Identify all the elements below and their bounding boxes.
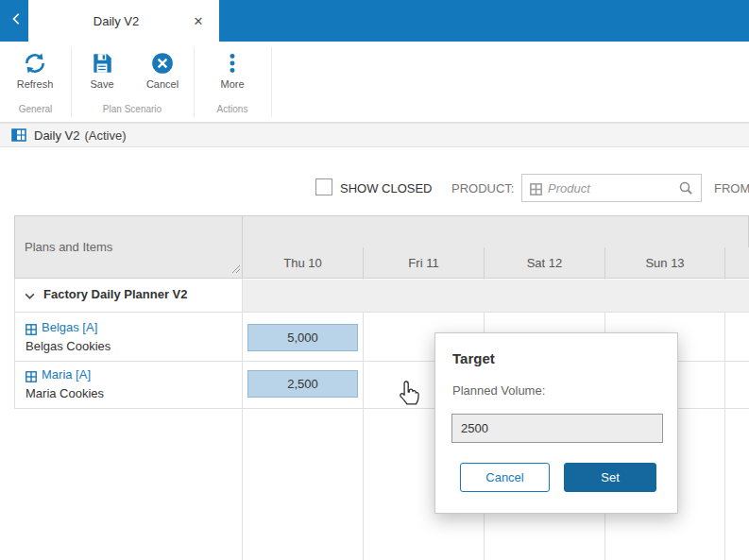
toolbar-group-actions: Actions: [194, 104, 271, 114]
grid-column-line: [724, 279, 725, 560]
tab-title: Daily V2: [42, 14, 191, 28]
planned-cell-maria-thu[interactable]: 2,500: [247, 370, 358, 398]
show-closed-label: SHOW CLOSED: [340, 181, 433, 195]
cancel-icon: [150, 51, 175, 76]
from-filter-label: FROM: [714, 181, 749, 195]
dialog-title: Target: [452, 350, 495, 366]
top-bar: Daily V2 ✕: [0, 0, 749, 42]
refresh-button[interactable]: Refresh: [11, 51, 59, 90]
column-header-sat-12[interactable]: Sat 12: [484, 247, 604, 279]
save-icon: [90, 51, 114, 76]
tab-daily-v2[interactable]: Daily V2 ✕: [28, 0, 219, 42]
ribbon-toolbar: Refresh Save Cancel: [0, 42, 749, 123]
grid-left-border: [14, 279, 15, 408]
item-name-belgas: Belgas Cookies: [26, 339, 111, 353]
search-icon[interactable]: [678, 180, 693, 195]
plans-and-items-header: Plans and Items: [14, 215, 243, 279]
column-header-partial: [724, 247, 749, 279]
planned-volume-input[interactable]: [451, 414, 663, 443]
toolbar-group-plan-scenario: Plan Scenario: [71, 104, 194, 114]
item-grid-icon: [26, 322, 37, 333]
resize-handle[interactable]: [230, 262, 240, 276]
save-button[interactable]: Save: [78, 51, 126, 90]
column-header-strip: [242, 215, 749, 248]
back-button[interactable]: [6, 9, 28, 32]
show-closed-checkbox[interactable]: [315, 178, 332, 195]
group-row-background: [243, 280, 749, 312]
product-filter-label: PRODUCT:: [451, 181, 514, 195]
refresh-label: Refresh: [17, 78, 54, 90]
product-grid-icon: [530, 182, 542, 195]
column-header-thu-10[interactable]: Thu 10: [242, 247, 363, 279]
plan-group-label: Factory Daily Planner V2: [43, 287, 187, 301]
save-label: Save: [90, 78, 113, 90]
hand-cursor: [397, 380, 421, 412]
product-search-box: [521, 174, 702, 202]
item-link-belgas[interactable]: Belgas [A]: [42, 320, 97, 334]
grid-column-line: [363, 279, 364, 560]
planned-cell-belgas-thu[interactable]: 5,000: [247, 324, 358, 351]
product-search-input[interactable]: [548, 181, 674, 195]
toolbar-group-general: General: [0, 104, 71, 114]
dialog-set-button[interactable]: Set: [564, 463, 656, 492]
cancel-button[interactable]: Cancel: [139, 51, 186, 90]
column-header-sun-13[interactable]: Sun 13: [604, 247, 724, 279]
planned-volume-label: Planned Volume:: [452, 383, 545, 398]
column-header-fri-11[interactable]: Fri 11: [363, 247, 484, 279]
planner-grid-icon: [11, 127, 26, 143]
refresh-icon: [23, 51, 47, 76]
collapse-chevron-icon[interactable]: [24, 289, 36, 301]
item-name-maria: Maria Cookies: [26, 386, 104, 400]
more-button[interactable]: More: [209, 51, 256, 90]
toolbar-separator: [271, 47, 272, 117]
view-title: Daily V2: [34, 128, 79, 143]
plans-and-items-label: Plans and Items: [25, 240, 112, 254]
item-link-maria[interactable]: Maria [A]: [42, 367, 91, 382]
more-options-icon: [220, 51, 245, 76]
item-grid-icon: [26, 369, 37, 381]
view-status: (Active): [84, 128, 126, 143]
tab-close-icon[interactable]: ✕: [191, 14, 206, 28]
cancel-label: Cancel: [146, 78, 179, 90]
dialog-cancel-button[interactable]: Cancel: [460, 463, 550, 492]
target-dialog: Target Planned Volume: Cancel Set: [434, 332, 678, 514]
grid-row-line: [14, 312, 749, 313]
chevron-left-icon: [10, 12, 24, 29]
grid-column-line: [242, 279, 243, 560]
view-header-bar: Daily V2 (Active): [0, 123, 749, 147]
more-label: More: [220, 78, 244, 90]
